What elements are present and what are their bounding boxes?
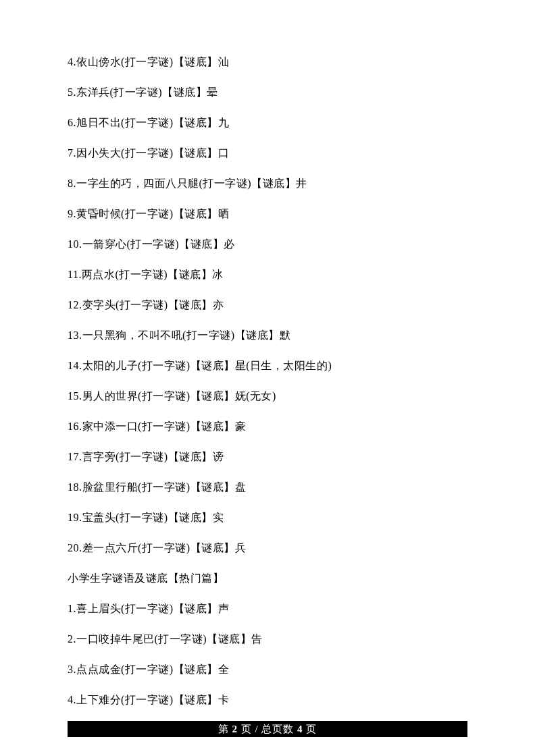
riddle-line: 15.男人的世界(打一字谜)【谜底】妩(无女) bbox=[68, 388, 467, 404]
riddle-line: 13.一只黑狗，不叫不吼(打一字谜)【谜底】默 bbox=[68, 327, 467, 344]
page-footer: 第 2 页 / 总页数 4 页 bbox=[68, 721, 467, 737]
riddle-line: 14.太阳的儿子(打一字谜)【谜底】星(日生，太阳生的) bbox=[68, 358, 467, 374]
riddle-line: 1.喜上眉头(打一字谜)【谜底】声 bbox=[68, 601, 467, 617]
riddle-line: 18.脸盆里行船(打一字谜)【谜底】盘 bbox=[68, 479, 467, 495]
riddle-line: 4.依山傍水(打一字谜)【谜底】汕 bbox=[68, 54, 467, 70]
riddle-line: 19.宝盖头(打一字谜)【谜底】实 bbox=[68, 510, 467, 526]
riddle-line: 2.一口咬掉牛尾巴(打一字谜)【谜底】告 bbox=[68, 631, 467, 647]
riddle-line: 8.一字生的巧，四面八只腿(打一字谜)【谜底】井 bbox=[68, 176, 467, 192]
footer-prefix: 第 bbox=[218, 724, 232, 734]
riddle-line: 11.两点水(打一字谜)【谜底】冰 bbox=[68, 267, 467, 283]
riddle-line: 10.一箭穿心(打一字谜)【谜底】必 bbox=[68, 236, 467, 252]
riddle-line: 5.东洋兵(打一字谜)【谜底】晕 bbox=[68, 84, 467, 101]
riddle-line: 6.旭日不出(打一字谜)【谜底】九 bbox=[68, 115, 467, 131]
riddle-line: 3.点点成金(打一字谜)【谜底】全 bbox=[68, 662, 467, 678]
riddle-line: 12.变字头(打一字谜)【谜底】亦 bbox=[68, 297, 467, 313]
riddle-line: 16.家中添一口(打一字谜)【谜底】豪 bbox=[68, 418, 467, 435]
document-body: 4.依山傍水(打一字谜)【谜底】汕 5.东洋兵(打一字谜)【谜底】晕 6.旭日不… bbox=[0, 0, 535, 708]
riddle-line: 20.差一点六斤(打一字谜)【谜底】兵 bbox=[68, 540, 467, 556]
total-page-number: 4 bbox=[297, 724, 303, 734]
footer-mid: 页 / 总页数 bbox=[238, 724, 297, 734]
riddle-line: 9.黄昏时候(打一字谜)【谜底】晒 bbox=[68, 206, 467, 222]
current-page-number: 2 bbox=[232, 724, 238, 734]
riddle-line: 17.言字旁(打一字谜)【谜底】谤 bbox=[68, 449, 467, 465]
section-heading: 小学生字谜语及谜底【热门篇】 bbox=[68, 570, 467, 587]
riddle-line: 7.因小失大(打一字谜)【谜底】口 bbox=[68, 145, 467, 161]
footer-suffix: 页 bbox=[303, 724, 317, 734]
riddle-line: 4.上下难分(打一字谜)【谜底】卡 bbox=[68, 692, 467, 708]
